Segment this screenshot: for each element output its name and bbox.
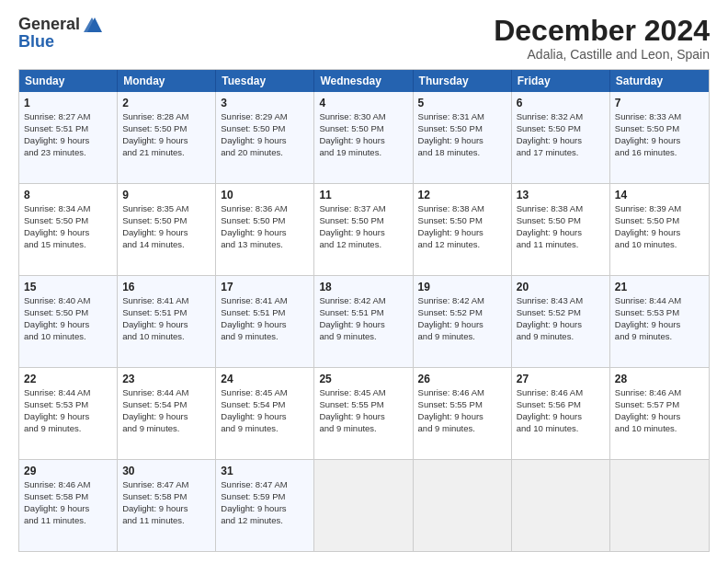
calendar-cell: 9Sunrise: 8:35 AMSunset: 5:50 PMDaylight… xyxy=(118,184,216,275)
day-info-line: Daylight: 9 hours xyxy=(122,135,210,147)
day-info-line: Sunset: 5:50 PM xyxy=(122,123,210,135)
calendar-cell: 7Sunrise: 8:33 AMSunset: 5:50 PMDaylight… xyxy=(610,92,709,183)
day-info-line: Daylight: 9 hours xyxy=(517,227,605,239)
calendar-cell: 28Sunrise: 8:46 AMSunset: 5:57 PMDayligh… xyxy=(610,368,709,459)
calendar-cell: 10Sunrise: 8:36 AMSunset: 5:50 PMDayligh… xyxy=(216,184,314,275)
day-info-line: Sunrise: 8:46 AM xyxy=(24,479,112,491)
header-day-thursday: Thursday xyxy=(414,70,512,92)
day-info-line: and 23 minutes. xyxy=(24,147,112,159)
day-info-line: Daylight: 9 hours xyxy=(221,227,309,239)
day-info-line: and 21 minutes. xyxy=(122,147,210,159)
day-info-line: and 13 minutes. xyxy=(221,239,309,251)
calendar-cell: 4Sunrise: 8:30 AMSunset: 5:50 PMDaylight… xyxy=(314,92,413,183)
header-day-monday: Monday xyxy=(118,70,216,92)
calendar-cell: 24Sunrise: 8:45 AMSunset: 5:54 PMDayligh… xyxy=(216,368,314,459)
day-info-line: and 12 minutes. xyxy=(418,239,506,251)
day-number: 4 xyxy=(319,96,407,110)
day-number: 17 xyxy=(221,280,309,294)
calendar-cell: 13Sunrise: 8:38 AMSunset: 5:50 PMDayligh… xyxy=(512,184,610,275)
day-info-line: Sunset: 5:50 PM xyxy=(221,123,309,135)
calendar-cell: 26Sunrise: 8:46 AMSunset: 5:55 PMDayligh… xyxy=(414,368,512,459)
day-info-line: and 9 minutes. xyxy=(418,331,506,343)
day-info-line: and 10 minutes. xyxy=(517,423,605,435)
day-info-line: Sunset: 5:53 PM xyxy=(615,307,704,319)
calendar-body: 1Sunrise: 8:27 AMSunset: 5:51 PMDaylight… xyxy=(19,92,709,551)
day-info-line: Sunrise: 8:41 AM xyxy=(122,295,210,307)
day-number: 11 xyxy=(319,188,407,202)
day-info-line: and 9 minutes. xyxy=(221,423,309,435)
day-info-line: Sunset: 5:51 PM xyxy=(122,307,210,319)
day-number: 23 xyxy=(122,372,210,386)
day-info-line: Sunset: 5:50 PM xyxy=(418,123,506,135)
calendar-cell: 29Sunrise: 8:46 AMSunset: 5:58 PMDayligh… xyxy=(19,460,118,551)
header-day-friday: Friday xyxy=(512,70,610,92)
day-info-line: Daylight: 9 hours xyxy=(319,319,407,331)
day-info-line: Sunset: 5:55 PM xyxy=(319,399,407,411)
day-info-line: Sunrise: 8:42 AM xyxy=(319,295,407,307)
logo: General Blue xyxy=(18,15,102,52)
day-info-line: Sunset: 5:50 PM xyxy=(122,215,210,227)
day-info-line: Daylight: 9 hours xyxy=(418,411,506,423)
day-info-line: Sunrise: 8:47 AM xyxy=(122,479,210,491)
calendar: SundayMondayTuesdayWednesdayThursdayFrid… xyxy=(18,69,710,552)
day-info-line: Daylight: 9 hours xyxy=(24,503,112,515)
day-number: 27 xyxy=(517,372,605,386)
day-info-line: Sunrise: 8:42 AM xyxy=(418,295,506,307)
day-info-line: and 11 minutes. xyxy=(122,515,210,527)
day-info-line: Sunrise: 8:38 AM xyxy=(517,203,605,215)
day-info-line: and 16 minutes. xyxy=(615,147,704,159)
calendar-cell: 8Sunrise: 8:34 AMSunset: 5:50 PMDaylight… xyxy=(19,184,118,275)
day-info-line: Sunrise: 8:35 AM xyxy=(122,203,210,215)
day-info-line: Sunset: 5:51 PM xyxy=(319,307,407,319)
day-info-line: Sunrise: 8:44 AM xyxy=(24,387,112,399)
month-title: December 2024 xyxy=(494,15,710,47)
calendar-cell: 11Sunrise: 8:37 AMSunset: 5:50 PMDayligh… xyxy=(314,184,413,275)
calendar-cell xyxy=(314,460,413,551)
calendar-cell: 15Sunrise: 8:40 AMSunset: 5:50 PMDayligh… xyxy=(19,276,118,367)
day-info-line: Sunrise: 8:44 AM xyxy=(122,387,210,399)
day-info-line: Daylight: 9 hours xyxy=(517,135,605,147)
day-number: 29 xyxy=(24,464,112,478)
calendar-cell: 3Sunrise: 8:29 AMSunset: 5:50 PMDaylight… xyxy=(216,92,314,183)
day-info-line: Sunrise: 8:36 AM xyxy=(221,203,309,215)
page-header: General Blue December 2024 Adalia, Casti… xyxy=(18,15,710,62)
calendar-cell: 31Sunrise: 8:47 AMSunset: 5:59 PMDayligh… xyxy=(216,460,314,551)
calendar-cell: 18Sunrise: 8:42 AMSunset: 5:51 PMDayligh… xyxy=(314,276,413,367)
day-info-line: and 10 minutes. xyxy=(615,239,704,251)
day-info-line: Sunrise: 8:41 AM xyxy=(221,295,309,307)
day-info-line: Daylight: 9 hours xyxy=(24,227,112,239)
calendar-cell: 27Sunrise: 8:46 AMSunset: 5:56 PMDayligh… xyxy=(512,368,610,459)
day-info-line: Sunrise: 8:33 AM xyxy=(615,111,704,123)
day-info-line: Sunrise: 8:34 AM xyxy=(24,203,112,215)
day-info-line: Daylight: 9 hours xyxy=(122,227,210,239)
calendar-cell: 19Sunrise: 8:42 AMSunset: 5:52 PMDayligh… xyxy=(414,276,512,367)
day-number: 9 xyxy=(122,188,210,202)
day-info-line: Sunset: 5:52 PM xyxy=(418,307,506,319)
day-info-line: Sunset: 5:54 PM xyxy=(221,399,309,411)
day-info-line: Daylight: 9 hours xyxy=(122,319,210,331)
calendar-week-5: 29Sunrise: 8:46 AMSunset: 5:58 PMDayligh… xyxy=(19,459,709,551)
day-info-line: Sunset: 5:50 PM xyxy=(221,215,309,227)
day-info-line: and 9 minutes. xyxy=(221,331,309,343)
day-info-line: Daylight: 9 hours xyxy=(319,227,407,239)
day-info-line: Sunrise: 8:44 AM xyxy=(615,295,704,307)
calendar-cell: 25Sunrise: 8:45 AMSunset: 5:55 PMDayligh… xyxy=(314,368,413,459)
calendar-cell: 5Sunrise: 8:31 AMSunset: 5:50 PMDaylight… xyxy=(414,92,512,183)
calendar-cell xyxy=(414,460,512,551)
day-info-line: and 15 minutes. xyxy=(24,239,112,251)
day-info-line: Daylight: 9 hours xyxy=(319,135,407,147)
day-info-line: Daylight: 9 hours xyxy=(615,411,704,423)
day-info-line: Sunrise: 8:46 AM xyxy=(517,387,605,399)
day-info-line: Sunrise: 8:45 AM xyxy=(319,387,407,399)
day-info-line: and 9 minutes. xyxy=(122,423,210,435)
day-info-line: and 14 minutes. xyxy=(122,239,210,251)
calendar-cell: 30Sunrise: 8:47 AMSunset: 5:58 PMDayligh… xyxy=(118,460,216,551)
day-info-line: Sunset: 5:51 PM xyxy=(221,307,309,319)
day-info-line: Sunrise: 8:30 AM xyxy=(319,111,407,123)
day-info-line: Daylight: 9 hours xyxy=(122,411,210,423)
day-info-line: Sunrise: 8:31 AM xyxy=(418,111,506,123)
calendar-week-4: 22Sunrise: 8:44 AMSunset: 5:53 PMDayligh… xyxy=(19,367,709,459)
day-number: 5 xyxy=(418,96,506,110)
day-info-line: Daylight: 9 hours xyxy=(615,135,704,147)
day-number: 28 xyxy=(615,372,704,386)
